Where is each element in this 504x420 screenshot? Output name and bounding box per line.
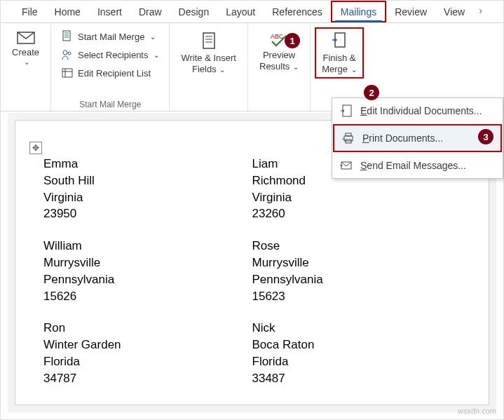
select-recipients-button[interactable]: Select Recipients ⌄ — [58, 47, 162, 62]
edit-recipient-list-button[interactable]: Edit Recipient List — [58, 65, 162, 81]
start-mail-merge-label: Start Mail Merge — [78, 32, 144, 42]
people-icon — [61, 48, 74, 61]
label-zip: 23260 — [252, 205, 461, 222]
group-label-blank2 — [207, 100, 210, 109]
menu-print-documents-label: Print Documents... — [362, 133, 443, 144]
preview-label1: Preview — [263, 50, 295, 61]
watermark: wsxdn.com — [458, 407, 496, 415]
document-icon — [201, 32, 217, 50]
label-zip: 15623 — [252, 288, 461, 305]
label-column-right: Liam Richmond Virginia 23260 Rose Murrys… — [252, 156, 461, 402]
finish-label2: Merge — [322, 64, 348, 74]
label-name: Ron — [43, 320, 252, 337]
label-zip: 34787 — [43, 370, 252, 387]
address-label: Emma South Hill Virginia 23950 — [43, 156, 252, 222]
group-label-blank3 — [278, 100, 280, 109]
tab-design[interactable]: Design — [170, 1, 218, 22]
document-icon — [61, 30, 74, 43]
annotation-badge-1: 1 — [285, 33, 300, 48]
printer-icon — [341, 131, 355, 145]
tab-review[interactable]: Review — [386, 1, 435, 22]
menu-edit-individual[interactable]: Edit Individual Documents... — [332, 98, 503, 123]
tab-layout[interactable]: Layout — [217, 1, 264, 22]
tab-file[interactable]: File — [13, 1, 46, 22]
edit-recipient-list-label: Edit Recipient List — [78, 68, 151, 79]
label-state: Virginia — [43, 189, 252, 206]
ribbon-tabs: File Home Insert Draw Design Layout Refe… — [1, 1, 503, 23]
label-name: Rose — [252, 238, 461, 255]
create-label: Create — [12, 47, 39, 58]
label-city: Winter Garden — [43, 337, 252, 353]
menu-print-documents[interactable]: Print Documents... — [334, 126, 500, 151]
edit-doc-icon — [339, 104, 353, 118]
move-handle-icon[interactable]: ✥ — [29, 142, 42, 154]
tab-references[interactable]: References — [264, 1, 331, 22]
label-state: Pennsylvania — [252, 271, 461, 288]
label-city: South Hill — [43, 172, 252, 189]
label-state: Virginia — [252, 189, 461, 206]
finish-merge-icon — [331, 32, 348, 50]
label-city: Murrysville — [252, 255, 461, 271]
write-insert-label2: Fields — [192, 64, 217, 74]
preview-label2: Results — [259, 61, 290, 72]
create-button[interactable]: Create ⌄ — [5, 27, 46, 71]
label-name: Emma — [43, 156, 252, 172]
menu-send-email[interactable]: Send Email Messages... — [332, 153, 503, 178]
tab-more[interactable]: › — [473, 1, 488, 22]
label-column-left: Emma South Hill Virginia 23950 William M… — [43, 156, 252, 402]
group-label-blank — [25, 100, 27, 109]
label-name: William — [43, 238, 252, 255]
group-label-start: Start Mail Merge — [79, 100, 141, 109]
write-insert-fields-button[interactable]: Write & Insert Fields ⌄ — [174, 27, 243, 79]
finish-merge-button[interactable]: Finish & Merge ⌄ — [315, 27, 364, 79]
chevron-down-icon: ⌄ — [24, 58, 29, 67]
email-icon — [339, 158, 353, 172]
tab-view[interactable]: View — [435, 1, 473, 22]
label-name: Nick — [252, 320, 461, 337]
address-label: William Murrysville Pennsylvania 15626 — [43, 238, 252, 304]
menu-send-email-label: Send Email Messages... — [360, 160, 466, 171]
select-recipients-label: Select Recipients — [78, 50, 148, 60]
address-label: Nick Boca Raton Florida 33487 — [252, 320, 461, 386]
chevron-down-icon: ⌄ — [150, 33, 156, 41]
label-state: Florida — [43, 353, 252, 370]
start-mail-merge-button[interactable]: Start Mail Merge ⌄ — [58, 29, 162, 44]
label-zip: 23950 — [43, 205, 252, 222]
svg-rect-1 — [63, 31, 70, 41]
svg-point-2 — [63, 50, 67, 55]
tab-mailings[interactable]: Mailings — [331, 1, 386, 22]
menu-edit-individual-label: Edit Individual Documents... — [360, 105, 482, 116]
chevron-down-icon: ⌄ — [218, 66, 226, 74]
label-zip: 15626 — [43, 288, 252, 305]
label-city: Murrysville — [43, 255, 252, 271]
finish-label1: Finish & — [322, 53, 355, 64]
group-preview: ABC Preview Results ⌄ 1 — [248, 23, 311, 111]
annotation-badge-2: 2 — [364, 85, 379, 100]
label-state: Florida — [252, 353, 461, 370]
write-insert-label1: Write & Insert — [181, 53, 236, 64]
svg-rect-10 — [346, 133, 351, 136]
svg-point-3 — [68, 52, 71, 55]
tab-draw[interactable]: Draw — [130, 1, 170, 22]
tab-insert[interactable]: Insert — [89, 1, 130, 22]
label-city: Boca Raton — [252, 337, 461, 353]
chevron-down-icon: ⌄ — [291, 63, 299, 71]
address-label: Rose Murrysville Pennsylvania 15623 — [252, 238, 461, 304]
group-create: Create ⌄ — [1, 23, 51, 111]
svg-rect-4 — [62, 69, 72, 77]
list-icon — [61, 67, 74, 79]
svg-rect-5 — [203, 33, 214, 48]
tab-home[interactable]: Home — [46, 1, 89, 22]
annotation-badge-3: 3 — [478, 129, 493, 144]
envelope-icon — [17, 32, 35, 44]
chevron-down-icon: ⌄ — [154, 51, 159, 59]
group-start-mail-merge: Start Mail Merge ⌄ Select Recipients ⌄ — [51, 23, 170, 111]
group-write-insert: Write & Insert Fields ⌄ — [170, 23, 248, 111]
label-state: Pennsylvania — [43, 271, 252, 288]
label-zip: 33487 — [252, 370, 461, 387]
chevron-down-icon: ⌄ — [349, 66, 357, 74]
address-label: Ron Winter Garden Florida 34787 — [43, 320, 252, 386]
